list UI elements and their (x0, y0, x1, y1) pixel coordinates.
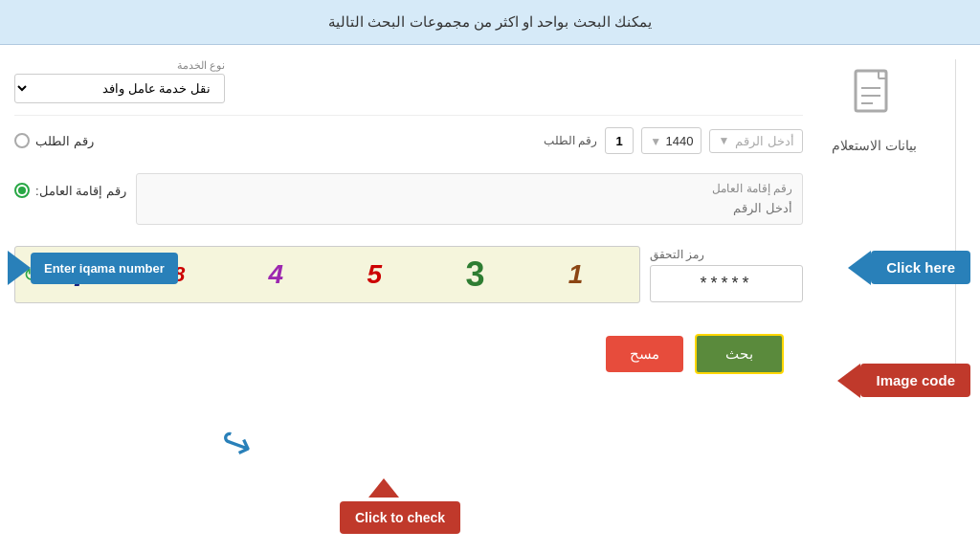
captcha-label: رمز التحقق (650, 248, 704, 261)
document-icon (852, 69, 898, 132)
service-type-select[interactable]: نقل خدمة عامل وافد (14, 74, 225, 103)
captcha-refresh-icon[interactable]: ↻ (23, 263, 39, 286)
captcha-digit-4: 4 (269, 259, 284, 290)
curved-arrow: ↩ (213, 417, 259, 470)
enter-number-placeholder: أدخل الرقم (735, 134, 794, 148)
search-button[interactable]: بحث (695, 334, 784, 374)
service-type-row: نوع الخدمة نقل خدمة عامل وافد (14, 59, 803, 116)
form-panel: نوع الخدمة نقل خدمة عامل وافد أدخل الرقم… (14, 59, 803, 384)
year-select-box: 1440 ▼ (641, 127, 702, 154)
iqama-radio-group: رقم إقامة العامل: (14, 173, 126, 198)
request-radio[interactable] (14, 133, 30, 148)
inquiry-label: بيانات الاستعلام (832, 138, 917, 153)
right-panel: بيانات الاستعلام (803, 59, 956, 384)
click-to-check-label: Click to check (340, 501, 460, 534)
year-value: 1440 (666, 134, 694, 148)
captcha-digit-5: 8 (173, 262, 185, 287)
request-num-value: 1 (605, 127, 634, 154)
service-type-container: نوع الخدمة نقل خدمة عامل وافد (14, 59, 225, 103)
captcha-digit-1: 1 (568, 259, 584, 290)
iqama-input-box: رقم إقامة العامل (136, 173, 803, 225)
iqama-radio[interactable] (14, 183, 30, 198)
clear-button[interactable]: مسح (606, 336, 683, 372)
main-container: يمكنك البحث بواحد او اكثر من مجموعات الب… (0, 0, 980, 553)
click-to-check-up-arrow (368, 478, 399, 498)
request-radio-label: رقم الطلب (35, 134, 94, 148)
top-banner: يمكنك البحث بواحد او اكثر من مجموعات الب… (0, 0, 980, 45)
request-radio-group: رقم الطلب (14, 133, 404, 148)
iqama-field-label: رقم إقامة العامل (146, 182, 792, 195)
captcha-image: ↻ 1 3 5 4 8 7 (14, 246, 640, 303)
iqama-input[interactable] (146, 201, 792, 215)
captcha-input[interactable] (650, 265, 803, 302)
request-fields: أدخل الرقم ▼ 1440 ▼ 1 رقم الطلب (413, 127, 803, 154)
iqama-row: رقم إقامة العامل رقم إقامة العامل: (14, 173, 803, 225)
banner-text: يمكنك البحث بواحد او اكثر من مجموعات الب… (328, 13, 651, 30)
service-type-label: نوع الخدمة (14, 59, 225, 72)
captcha-digit-2: 3 (465, 254, 484, 295)
request-number-row: أدخل الرقم ▼ 1440 ▼ 1 رقم الطلب رقم الطل… (14, 127, 803, 162)
captcha-row: رمز التحقق ↻ 1 3 5 4 8 7 (14, 236, 803, 313)
svg-rect-0 (856, 71, 886, 111)
iqama-label: رقم إقامة العامل: (35, 184, 126, 198)
request-number-field-label: رقم الطلب (544, 134, 597, 147)
click-to-check-annotation: Click to check (340, 498, 460, 534)
captcha-input-wrapper: رمز التحقق (650, 248, 803, 302)
request-input-box: أدخل الرقم ▼ (709, 129, 803, 153)
captcha-digit-3: 5 (367, 259, 382, 290)
buttons-row: بحث مسح (14, 324, 803, 384)
captcha-digit-6: 7 (72, 256, 90, 294)
